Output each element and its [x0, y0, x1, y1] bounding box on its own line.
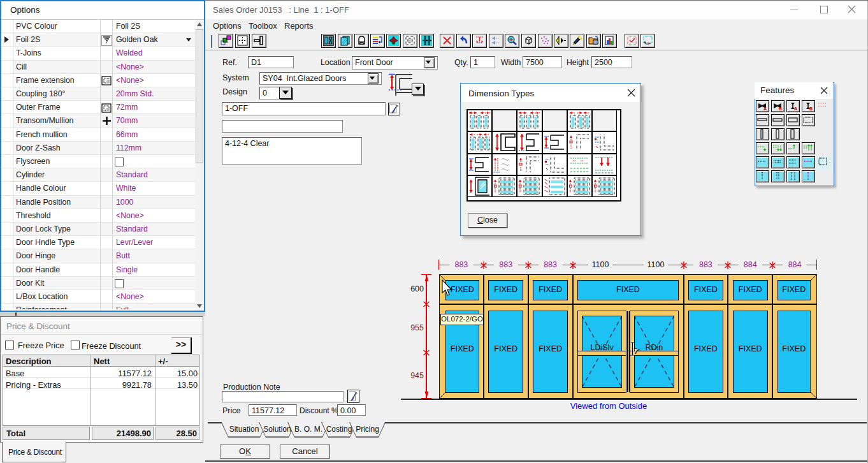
svg-text:B: B — [779, 107, 782, 111]
svg-text:A: A — [794, 107, 797, 111]
svg-text:B: B — [809, 107, 813, 111]
svg-text:A: A — [763, 107, 767, 111]
